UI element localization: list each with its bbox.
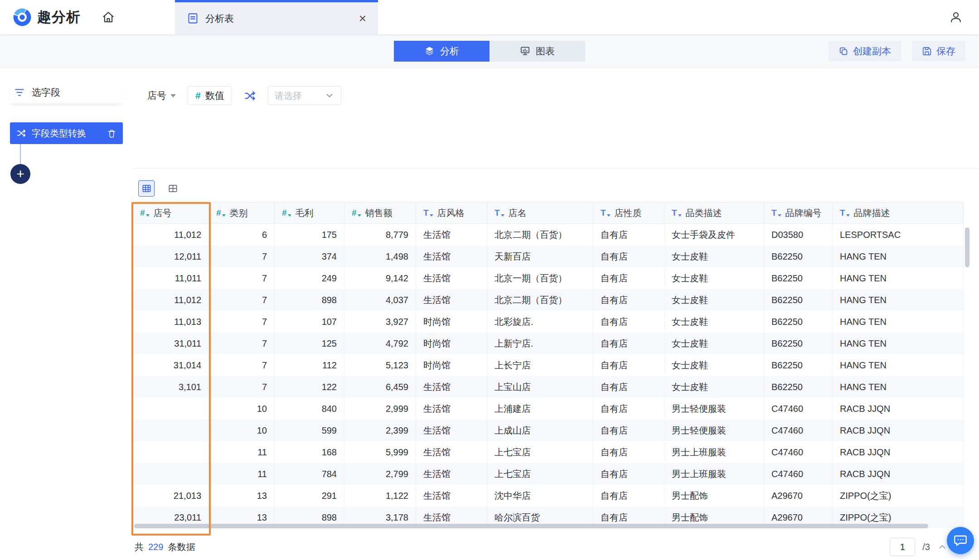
table-row[interactable]: 108402,999生活馆上浦建店自有店男士轻便服装C47460RACB JJQ… — [133, 398, 964, 420]
column-header[interactable]: T店风格 — [416, 203, 487, 223]
table-cell: RACB JJQN — [833, 420, 964, 441]
column-header[interactable]: #销售额 — [344, 203, 416, 223]
table-row[interactable]: 11,01278984,037生活馆北京二期（百货）自有店女士皮鞋B62250H… — [133, 289, 964, 311]
column-header[interactable]: #类别 — [209, 203, 275, 223]
column-header[interactable]: T品类描述 — [664, 203, 764, 223]
table-cell: 6,459 — [344, 376, 416, 398]
column-header[interactable]: T店名 — [487, 203, 593, 223]
table-cell: HANG TEN — [833, 267, 964, 289]
table-row[interactable]: 31,01171254,792时尚馆上新宁店.自有店女士皮鞋B62250HANG… — [133, 333, 964, 354]
table-cell: B62250 — [764, 354, 833, 376]
vertical-scrollbar[interactable] — [965, 227, 969, 267]
column-header-label: 销售额 — [365, 207, 393, 219]
table-cell: 374 — [275, 246, 344, 267]
table-row[interactable]: 117842,799生活馆上七宝店自有店男士上班服装C47460RACB JJQ… — [133, 463, 964, 485]
table-cell: 12,011 — [133, 246, 209, 267]
convert-shuffle-icon[interactable] — [244, 90, 256, 102]
filter-icon — [14, 87, 25, 98]
table-row[interactable]: 12,01173741,498生活馆天新百店自有店女士皮鞋B62250HANG … — [133, 246, 964, 267]
table-cell: 生活馆 — [416, 246, 487, 267]
column-header[interactable]: #毛利 — [275, 203, 344, 223]
table-cell: B62250 — [764, 376, 833, 398]
table-cell: ZIPPO(之宝) — [833, 485, 964, 507]
sidebar-item-field-type-convert[interactable]: 字段类型转换 — [10, 122, 123, 144]
table-cell: A29670 — [764, 485, 833, 507]
table-cell: 6 — [209, 224, 275, 246]
document-icon — [187, 12, 199, 24]
chat-fab-button[interactable] — [947, 527, 974, 554]
table-cell: RACB JJQN — [833, 463, 964, 485]
save-button[interactable]: 保存 — [912, 41, 965, 61]
tab-analysis-table[interactable]: 分析表 × — [175, 0, 378, 34]
column-header[interactable]: T品牌编号 — [764, 203, 833, 223]
table-cell: 自有店 — [593, 246, 664, 267]
create-copy-label: 创建副本 — [853, 45, 891, 58]
save-label: 保存 — [936, 45, 955, 58]
target-type-select[interactable]: 请选择 — [268, 86, 341, 105]
column-header[interactable]: #店号 — [133, 203, 209, 223]
sort-arrow-icon — [846, 214, 850, 217]
user-icon[interactable] — [949, 10, 963, 24]
sort-arrow-icon — [146, 214, 150, 217]
table-cell: 7 — [209, 376, 275, 398]
table-cell: 自有店 — [593, 289, 664, 311]
text-type-icon: T — [601, 208, 611, 218]
sort-arrow-icon — [288, 214, 291, 217]
numeric-type-chip[interactable]: # 数值 — [188, 86, 232, 105]
table-row[interactable]: 31,01471125,123时尚馆上长宁店自有店女士皮鞋B62250HANG … — [133, 354, 964, 376]
tab-chart-label: 图表 — [536, 45, 555, 58]
total-prefix: 共 — [135, 541, 144, 553]
table-cell: 898 — [275, 289, 344, 311]
table-cell: 生活馆 — [416, 289, 487, 311]
page-number-input[interactable] — [890, 538, 915, 556]
table-cell: 自有店 — [593, 441, 664, 463]
table-cell: 女士皮鞋 — [664, 333, 764, 354]
total-count[interactable]: 229 — [148, 542, 163, 552]
table-row[interactable]: 3,10171226,459生活馆上宝山店自有店女士皮鞋B62250HANG T… — [133, 376, 964, 398]
table-view-button[interactable] — [138, 180, 155, 197]
tab-close-icon[interactable]: × — [359, 12, 366, 25]
home-icon[interactable] — [102, 0, 115, 34]
table-cell: 3,101 — [133, 376, 209, 398]
tab-chart[interactable]: 图表 — [490, 41, 585, 62]
table-cell: 31,014 — [133, 354, 209, 376]
trash-icon[interactable] — [107, 129, 116, 138]
table-row[interactable]: 111685,999生活馆上七宝店自有店男士上班服装C47460RACB JJQ… — [133, 441, 964, 463]
table-cell: HANG TEN — [833, 311, 964, 333]
horizontal-scrollbar[interactable] — [134, 524, 928, 528]
column-header[interactable]: T店性质 — [593, 203, 664, 223]
create-copy-button[interactable]: 创建副本 — [829, 41, 901, 61]
add-step-button[interactable]: + — [10, 164, 30, 184]
topbar: 趣分析 分析表 × — [0, 0, 979, 34]
table-row[interactable]: 11,01371073,927时尚馆北彩旋店.自有店女士皮鞋B62250HANG… — [133, 311, 964, 333]
save-icon — [922, 46, 932, 56]
sidebar-item-select-field[interactable]: 选字段 — [10, 81, 123, 104]
column-header-label: 类别 — [230, 207, 248, 219]
table-cell: 自有店 — [593, 398, 664, 420]
table-cell: 女士皮鞋 — [664, 376, 764, 398]
field-selector[interactable]: 店号 — [147, 89, 176, 102]
table-cell: 291 — [275, 485, 344, 507]
chevron-up-icon[interactable] — [937, 542, 947, 552]
column-header[interactable]: T品牌描述 — [833, 203, 964, 223]
table-row[interactable]: 11,01172499,142生活馆北京一期（百货）自有店女士皮鞋B62250H… — [133, 267, 964, 289]
table-cell: D03580 — [764, 224, 833, 246]
grid-view-button[interactable] — [165, 180, 181, 197]
table-cell: 女士皮鞋 — [664, 267, 764, 289]
table-cell — [133, 441, 209, 463]
table-row[interactable]: 105992,399生活馆上成山店自有店男士轻便服装C47460RACB JJQ… — [133, 420, 964, 441]
table-cell: B62250 — [764, 311, 833, 333]
sort-arrow-icon — [222, 214, 226, 217]
table-cell: 7 — [209, 289, 275, 311]
table-cell: 女士皮鞋 — [664, 311, 764, 333]
table-row[interactable]: 21,013132911,122生活馆沈中华店自有店男士配饰A29670ZIPP… — [133, 485, 964, 507]
table-cell: 31,011 — [133, 333, 209, 354]
table-cell: 2,399 — [344, 420, 416, 441]
table-cell: 沈中华店 — [487, 485, 593, 507]
app-logo-icon — [13, 8, 32, 27]
tab-analysis[interactable]: 分析 — [394, 41, 490, 62]
table-row[interactable]: 11,01261758,779生活馆北京二期（百货）自有店女士手袋及皮件D035… — [133, 224, 964, 246]
sort-arrow-icon — [607, 214, 611, 217]
table-cell: 时尚馆 — [416, 311, 487, 333]
table-cell: 男士轻便服装 — [664, 420, 764, 441]
